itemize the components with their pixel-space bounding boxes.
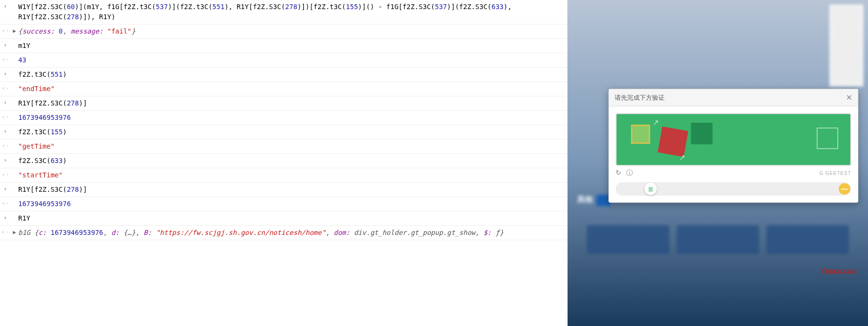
console-output-row: ‹·1673946953976 — [0, 197, 567, 211]
console-input-row: ›f2Z.S3C(633) — [0, 154, 567, 168]
arrow-icon: ↗ — [679, 153, 685, 162]
refresh-icon[interactable]: ↻ — [616, 169, 621, 177]
output-arrow-icon: ‹· — [0, 199, 11, 207]
card[interactable] — [677, 225, 759, 254]
console-content[interactable]: "startTime" — [18, 170, 567, 180]
expand-toggle-icon — [11, 41, 18, 42]
console-output-row: ‹·1673946953976 — [0, 111, 567, 125]
expand-toggle-icon[interactable]: ▶ — [11, 228, 18, 235]
arrow-icon: ↗ — [653, 118, 659, 127]
console-content[interactable]: R1Y — [18, 213, 567, 223]
expand-toggle-icon[interactable]: ▶ — [11, 26, 18, 34]
expand-toggle-icon — [11, 113, 18, 114]
puzzle-piece-dark — [691, 123, 713, 144]
input-arrow-icon: › — [0, 156, 11, 163]
console-input-row: ›R1Y — [0, 211, 567, 226]
puzzle-piece-outline — [631, 125, 650, 144]
console-content[interactable]: b1G {c: 1673946953976, d: {…}, B: "https… — [18, 228, 567, 238]
output-arrow-icon: ‹· — [0, 113, 11, 120]
info-icon[interactable]: ⓘ — [626, 169, 633, 177]
console-input-row: ›R1Y[f2Z.S3C(278)] — [0, 96, 567, 111]
input-arrow-icon: › — [0, 98, 11, 106]
console-input-row: ›m1Y — [0, 39, 567, 53]
output-arrow-icon: ‹· — [0, 55, 11, 63]
expand-toggle-icon — [11, 141, 18, 143]
captcha-slider-track[interactable]: ||| — — [616, 182, 851, 196]
console-input-row: ›f2Z.t3C(155) — [0, 125, 567, 140]
output-arrow-icon: ‹· — [0, 170, 11, 178]
console-content[interactable]: {success: 0, message: "fail"} — [18, 26, 567, 36]
console-content[interactable]: "endTime" — [18, 84, 567, 94]
watermark-text: Yuucn.com — [820, 267, 858, 276]
console-output-row: ‹·"endTime" — [0, 82, 567, 96]
input-arrow-icon: › — [0, 127, 11, 135]
expand-toggle-icon — [11, 156, 18, 157]
console-content[interactable]: 43 — [18, 55, 567, 65]
console-output-row: ‹·"startTime" — [0, 168, 567, 183]
console-content[interactable]: f2Z.t3C(551) — [18, 70, 567, 80]
captcha-slider-handle[interactable]: ||| — [644, 183, 657, 195]
console-output-row: ‹·"getTime" — [0, 140, 567, 154]
puzzle-slot — [817, 128, 838, 149]
captcha-controls: ↻ ⓘ G GEETEST — [616, 166, 851, 180]
console-content[interactable]: R1Y[f2Z.S3C(278)] — [18, 185, 567, 195]
console-content[interactable]: f2Z.t3C(155) — [18, 127, 567, 137]
console-output-row: ‹·▶{success: 0, message: "fail"} — [0, 24, 567, 39]
output-arrow-icon: ‹· — [0, 26, 11, 34]
expand-toggle-icon — [11, 84, 18, 85]
close-icon[interactable]: ✕ — [846, 93, 852, 102]
console-content[interactable]: "getTime" — [18, 141, 567, 151]
captcha-body: ↗ ↗ ↻ ⓘ G GEETEST ||| — — [609, 106, 858, 202]
console-content[interactable]: R1Y[f2Z.S3C(278)] — [18, 98, 567, 108]
expand-toggle-icon — [11, 127, 18, 128]
devtools-console[interactable]: ›W1Y[f2Z.S3C(60)](m1Y, f1G[f2Z.t3C(537)]… — [0, 0, 568, 326]
console-content[interactable]: 1673946953976 — [18, 113, 567, 123]
console-content[interactable]: f2Z.S3C(633) — [18, 156, 567, 166]
output-arrow-icon: ‹· — [0, 228, 11, 235]
expand-toggle-icon — [11, 213, 18, 215]
captcha-slider-end: — — [839, 183, 850, 195]
output-arrow-icon: ‹· — [0, 141, 11, 149]
captcha-title: 请先完成下方验证 — [615, 93, 665, 102]
captcha-puzzle-image: ↗ ↗ — [616, 113, 851, 166]
captcha-modal: 请先完成下方验证 ✕ ↗ ↗ ↻ ⓘ G GEETEST — [608, 89, 858, 203]
captcha-brand: G GEETEST — [820, 171, 851, 176]
console-content[interactable]: m1Y — [18, 41, 567, 51]
console-input-row: ›R1Y[f2Z.S3C(278)] — [0, 183, 567, 197]
blurred-sidebar-widget — [830, 5, 863, 86]
brand-icon: G — [820, 171, 824, 176]
input-arrow-icon: › — [0, 2, 11, 10]
console-output-row: ‹·▶b1G {c: 1673946953976, d: {…}, B: "ht… — [0, 226, 567, 240]
card[interactable] — [587, 225, 669, 254]
webpage-preview: 其他 Yuucn.com 请先完成下方验证 ✕ ↗ ↗ — [568, 0, 868, 326]
input-arrow-icon: › — [0, 185, 11, 192]
expand-toggle-icon — [11, 185, 18, 186]
expand-toggle-icon — [11, 170, 18, 172]
card-row — [587, 225, 849, 254]
expand-toggle-icon — [11, 55, 18, 57]
expand-toggle-icon — [11, 98, 18, 100]
console-content[interactable]: W1Y[f2Z.S3C(60)](m1Y, f1G[f2Z.t3C(537)](… — [18, 2, 567, 22]
nav-category-label: 其他 — [577, 195, 593, 205]
captcha-header: 请先完成下方验证 ✕ — [609, 89, 858, 106]
input-arrow-icon: › — [0, 41, 11, 48]
console-output-row: ‹·43 — [0, 53, 567, 68]
expand-toggle-icon — [11, 199, 18, 200]
output-arrow-icon: ‹· — [0, 84, 11, 92]
console-input-row: ›W1Y[f2Z.S3C(60)](m1Y, f1G[f2Z.t3C(537)]… — [0, 0, 567, 24]
puzzle-piece-red — [658, 127, 689, 157]
console-content[interactable]: 1673946953976 — [18, 199, 567, 209]
input-arrow-icon: › — [0, 213, 11, 221]
console-input-row: ›f2Z.t3C(551) — [0, 68, 567, 82]
brand-text: GEETEST — [825, 171, 851, 176]
card[interactable] — [766, 225, 849, 254]
input-arrow-icon: › — [0, 70, 11, 77]
expand-toggle-icon — [11, 70, 18, 71]
expand-toggle-icon — [11, 2, 18, 3]
